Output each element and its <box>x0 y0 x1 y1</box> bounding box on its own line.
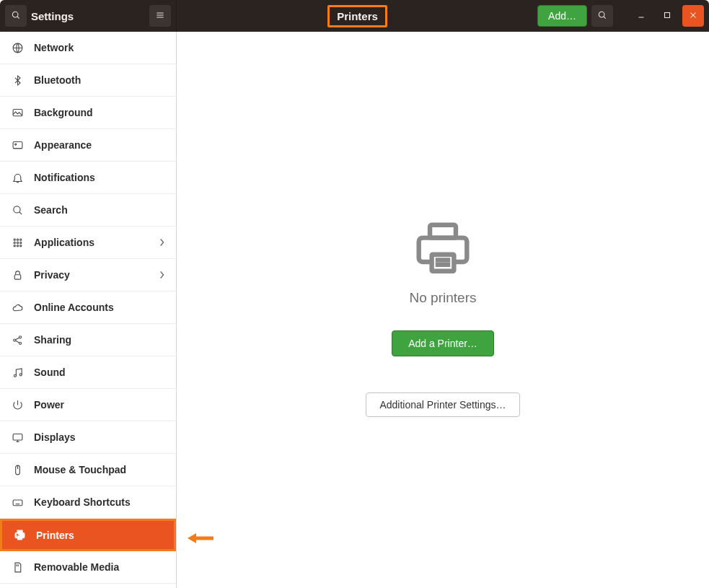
sidebar-item-sound[interactable]: Sound <box>0 356 176 389</box>
window-close-button[interactable] <box>682 5 704 27</box>
sidebar-item-sharing[interactable]: Sharing <box>0 324 176 356</box>
bell-icon <box>11 171 24 184</box>
svg-point-0 <box>12 12 18 17</box>
sidebar-item-label: Mouse & Touchpad <box>34 464 165 475</box>
window-maximize-button[interactable] <box>656 5 678 27</box>
svg-line-16 <box>19 211 21 214</box>
sidebar-item-label: Notifications <box>34 172 165 183</box>
chevron-right-icon <box>159 270 165 280</box>
svg-point-32 <box>14 374 16 377</box>
sidebar-item-label: Displays <box>34 431 165 443</box>
titlebar-main-area: Printers Add… <box>177 5 709 27</box>
sidebar-item-applications[interactable]: Applications <box>0 227 176 259</box>
sidebar-item-removable-media[interactable]: Removable Media <box>0 551 176 584</box>
panel-search-button[interactable] <box>591 5 613 27</box>
media-icon <box>11 561 24 574</box>
svg-point-23 <box>14 245 15 246</box>
svg-point-21 <box>17 242 18 243</box>
sidebar-item-label: Online Accounts <box>34 302 165 313</box>
svg-point-15 <box>13 206 19 212</box>
svg-point-27 <box>13 338 15 341</box>
svg-line-31 <box>15 341 19 343</box>
svg-point-24 <box>17 245 18 246</box>
add-printer-button[interactable]: Add a Printer… <box>392 330 494 356</box>
printer-icon <box>413 219 472 278</box>
settings-window: Settings Printers Add… <box>0 0 709 588</box>
sidebar-item-label: Power <box>34 399 165 411</box>
add-button[interactable]: Add… <box>537 5 587 27</box>
sidebar-item-label: Keyboard Shortcuts <box>34 496 165 508</box>
sidebar-item-printers[interactable]: Printers <box>0 519 176 551</box>
appearance-icon <box>11 139 24 152</box>
svg-point-18 <box>17 239 18 240</box>
sidebar-item-label: Bluetooth <box>34 74 165 86</box>
sidebar-item-label: Sharing <box>34 334 165 346</box>
svg-line-6 <box>604 16 606 18</box>
svg-rect-13 <box>13 141 22 148</box>
sidebar-item-notifications[interactable]: Notifications <box>0 162 176 194</box>
svg-point-17 <box>14 239 15 240</box>
keyboard-icon <box>11 496 24 509</box>
sidebar-item-privacy[interactable]: Privacy <box>0 259 176 291</box>
hamburger-icon <box>155 10 165 22</box>
sidebar-item-search[interactable]: Search <box>0 194 176 227</box>
background-icon <box>11 106 24 119</box>
svg-rect-34 <box>13 434 22 440</box>
close-icon <box>688 10 698 22</box>
sidebar-item-appearance[interactable]: Appearance <box>0 129 176 162</box>
grid-icon <box>11 236 24 249</box>
hamburger-menu-button[interactable] <box>149 5 171 27</box>
window-minimize-button[interactable] <box>630 5 652 27</box>
svg-point-22 <box>19 242 21 243</box>
sidebar-item-label: Search <box>34 204 165 216</box>
sidebar-item-label: Removable Media <box>34 561 165 573</box>
chevron-right-icon <box>159 237 165 247</box>
sidebar-item-mouse-touchpad[interactable]: Mouse & Touchpad <box>0 454 176 486</box>
sidebar-item-label: Printers <box>36 530 163 541</box>
sidebar-item-label: Background <box>34 107 165 118</box>
power-icon <box>11 398 24 411</box>
titlebar-sidebar-area: Settings <box>0 0 177 32</box>
window-body: NetworkBluetoothBackgroundAppearanceNoti… <box>0 32 709 588</box>
maximize-icon <box>662 10 672 22</box>
additional-printer-settings-button[interactable]: Additional Printer Settings… <box>366 392 519 417</box>
empty-state-text: No printers <box>410 290 477 306</box>
svg-rect-39 <box>13 499 22 505</box>
minimize-icon <box>636 10 646 22</box>
search-icon <box>11 203 24 216</box>
sidebar-item-bluetooth[interactable]: Bluetooth <box>0 64 176 97</box>
sidebar-item-label: Applications <box>34 237 149 248</box>
globe-icon <box>11 41 24 54</box>
titlebar: Settings Printers Add… <box>0 0 709 32</box>
music-icon <box>11 366 24 379</box>
sidebar-item-displays[interactable]: Displays <box>0 421 176 454</box>
svg-point-29 <box>19 342 21 344</box>
svg-point-20 <box>14 242 15 243</box>
displays-icon <box>11 431 24 444</box>
lock-icon <box>11 268 24 281</box>
sidebar-item-network[interactable]: Network <box>0 32 176 64</box>
svg-point-33 <box>19 373 22 375</box>
sidebar-search-button[interactable] <box>5 5 27 27</box>
sidebar-item-keyboard-shortcuts[interactable]: Keyboard Shortcuts <box>0 486 176 519</box>
settings-sidebar[interactable]: NetworkBluetoothBackgroundAppearanceNoti… <box>0 32 177 588</box>
search-icon <box>11 10 21 22</box>
svg-point-19 <box>19 239 21 240</box>
svg-line-1 <box>17 16 19 18</box>
sidebar-item-label: Network <box>34 42 165 53</box>
sidebar-title: Settings <box>31 10 145 22</box>
svg-point-14 <box>14 144 16 145</box>
svg-point-5 <box>599 12 604 17</box>
mouse-icon <box>11 463 24 476</box>
printers-panel: No printers Add a Printer… Additional Pr… <box>177 32 709 588</box>
svg-rect-45 <box>17 536 22 540</box>
sidebar-item-power[interactable]: Power <box>0 389 176 421</box>
search-icon <box>597 10 607 22</box>
printer-icon <box>13 529 26 542</box>
sidebar-item-online-accounts[interactable]: Online Accounts <box>0 291 176 324</box>
svg-point-28 <box>19 335 21 338</box>
svg-rect-8 <box>665 12 670 17</box>
sidebar-item-label: Sound <box>34 367 165 378</box>
bluetooth-icon <box>11 74 24 87</box>
sidebar-item-background[interactable]: Background <box>0 97 176 129</box>
